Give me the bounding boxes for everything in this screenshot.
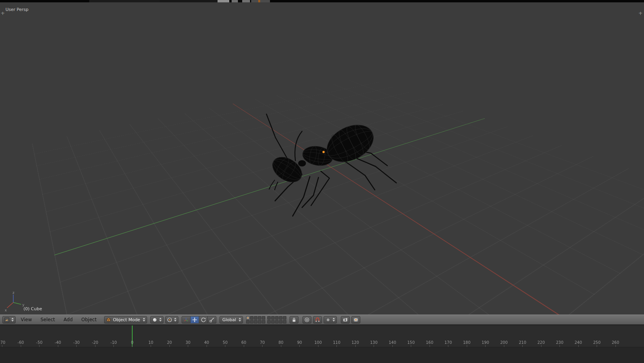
rotate-icon [201,317,206,322]
layer-toggle-1[interactable] [246,316,250,320]
frame-number-label: 160 [426,340,433,345]
viewport-header: View Select Add Object Object Mode [0,315,644,325]
translate-icon [192,317,197,322]
viewport-shading-dropdown[interactable] [150,316,164,324]
layer-toggle-5[interactable] [262,316,265,320]
menu-select[interactable]: Select [37,317,58,322]
ruler-tick [76,345,77,347]
opengl-render-still-button[interactable] [341,316,350,324]
ruler-tick [318,345,318,347]
layer-block [267,316,286,324]
layer-toggle-17[interactable] [271,320,275,324]
mode-dropdown[interactable]: Object Mode [104,316,147,324]
layer-toggle-16[interactable] [267,320,271,324]
manipulator-axis-button[interactable] [182,316,191,324]
ruler-tick [95,345,95,347]
snap-magnet-icon [315,317,320,322]
chevron-updown-icon [333,318,335,322]
menu-add[interactable]: Add [60,317,76,322]
menu-object[interactable]: Object [78,317,100,322]
proportional-editing-icon [304,317,309,322]
frame-number-label: 170 [444,340,452,345]
layer-toggle-14[interactable] [279,316,282,320]
frame-number-label: 70 [260,340,265,345]
lock-to-scene-button[interactable] [290,316,299,324]
ruler-tick [467,345,467,347]
editor-type-dropdown[interactable] [2,316,16,324]
ruler-tick [559,345,560,347]
frame-number-label: 130 [370,340,378,345]
chevron-updown-icon [174,318,176,322]
opengl-render-still-icon [343,317,348,322]
layer-toggle-9[interactable] [258,320,261,324]
frame-number-label: 30 [185,340,191,345]
ruler-tick [262,345,263,347]
frame-number-label: 200 [500,340,507,345]
manipulator-translate-button[interactable] [191,316,199,324]
editor-type-3d-view-icon [4,317,9,322]
ruler-tick [169,345,170,347]
opengl-render-anim-button[interactable] [351,316,360,324]
ruler-tick [430,345,430,347]
frame-number-label: 250 [593,340,601,345]
chevron-updown-icon [159,318,162,322]
layer-toggle-19[interactable] [279,320,282,324]
gizmo-z-label: z [13,291,14,295]
ruler-tick [578,345,579,347]
layer-toggle-2[interactable] [250,316,254,320]
pivot-point-dropdown[interactable] [165,316,178,324]
layer-toggle-10[interactable] [262,320,265,324]
frame-number-label: 40 [204,340,209,345]
layer-toggle-15[interactable] [283,316,286,320]
object-mode-cube-icon [106,317,111,322]
ruler-tick [485,345,486,347]
toolshelf-expand-handle[interactable]: + [0,11,5,16]
layer-block [246,316,265,324]
ruler-tick [207,345,207,347]
snap-element-icon [326,317,331,322]
frame-number-label: -40 [55,340,61,345]
properties-expand-handle[interactable]: + [638,11,643,16]
lock-icon [291,317,297,322]
ruler-tick [113,345,114,347]
proportional-editing-dropdown[interactable] [302,316,311,324]
ruler-tick [448,345,448,347]
timeline-lower-area [0,347,644,363]
blender-window: User Persp (0) Cube + + x y z View Selec… [0,0,644,363]
timeline-ruler[interactable]: -70-60-50-40-30-20-100102030405060708090… [0,325,644,347]
layer-toggle-11[interactable] [267,316,271,320]
menu-view[interactable]: View [17,317,35,322]
layer-toggle-8[interactable] [254,320,257,324]
snap-toggle-button[interactable] [313,316,322,324]
frame-number-label: 0 [131,340,133,345]
transform-orientation-dropdown[interactable]: Global [219,316,243,324]
ruler-tick [615,345,616,347]
ruler-tick [21,345,21,347]
layer-toggle-12[interactable] [271,316,275,320]
ruler-tick [281,345,281,347]
layer-toggle-7[interactable] [250,320,254,324]
ant-wireframe-model[interactable] [235,96,423,229]
manipulator-scale-button[interactable] [208,316,216,324]
frame-number-label: 100 [314,340,322,345]
layer-toggle-13[interactable] [275,316,279,320]
mode-label: Object Mode [112,317,141,322]
frame-number-label: -70 [0,340,5,345]
opengl-render-anim-icon [353,317,358,322]
frame-number-label: 220 [537,340,545,345]
layer-toggle-4[interactable] [258,316,261,320]
manipulator-rotate-button[interactable] [199,316,208,324]
timeline-editor[interactable]: -70-60-50-40-30-20-100102030405060708090… [0,325,644,363]
ruler-tick [225,345,225,347]
ruler-tick [392,345,393,347]
layer-toggle-6[interactable] [246,320,250,324]
ruler-tick [2,345,2,347]
frame-number-label: 120 [351,340,359,345]
layer-toggle-20[interactable] [283,320,286,324]
layer-toggle-3[interactable] [254,316,257,320]
ruler-tick [504,345,504,347]
snap-element-dropdown[interactable] [324,316,337,324]
viewport-3d[interactable]: User Persp (0) Cube + + x y z [0,2,644,315]
chevron-updown-icon [239,318,241,322]
layer-toggle-18[interactable] [275,320,279,324]
